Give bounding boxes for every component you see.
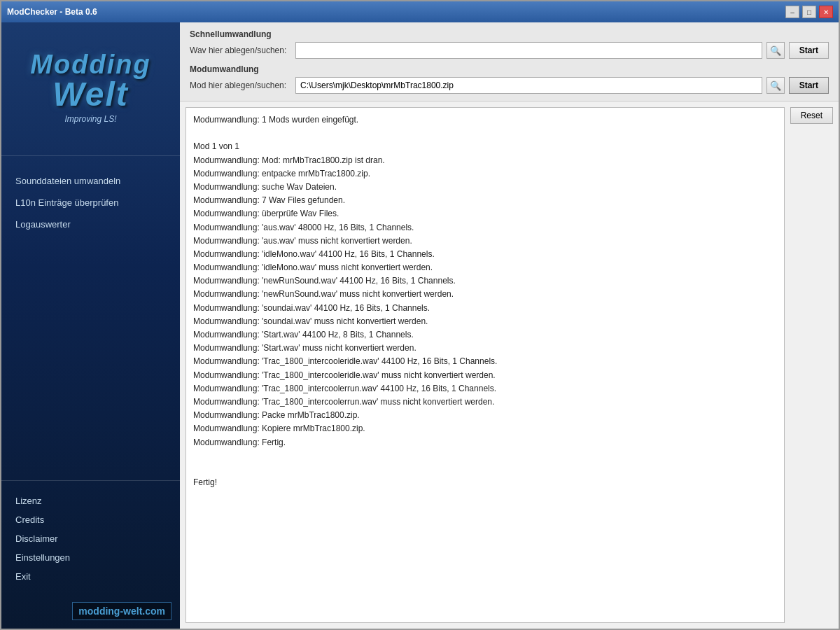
sidebar: Modding Welt Improving LS! Sounddateien … [1,22,180,629]
maximize-button[interactable]: □ [802,6,816,18]
app-window: ModChecker - Beta 0.6 – □ ✕ Modding Welt… [0,0,840,630]
log-line: Modumwandlung: 'aus.wav' 48000 Hz, 16 Bi… [193,221,777,234]
schnell-input[interactable] [295,42,762,59]
log-line: Modumwandlung: Kopiere mrMbTrac1800.zip. [193,422,777,435]
mod-input-row: Mod hier ablegen/suchen: 🔍 Start [190,77,829,94]
log-line: Modumwandlung: 'Start.wav' 44100 Hz, 8 B… [193,328,777,342]
log-line: Fertig! [193,476,777,489]
log-line: Modumwandlung: 'Trac_1800_intercooleridl… [193,369,777,382]
title-bar: ModChecker - Beta 0.6 – □ ✕ [1,1,839,22]
log-container: Modumwandlung: 1 Mods wurden eingefügt. … [180,102,839,629]
sidebar-item-exit[interactable]: Exit [1,567,180,586]
logo-modding: Modding [30,51,150,78]
side-buttons: Reset [790,107,833,623]
log-line: Modumwandlung: 'Trac_1800_intercoolerrun… [193,382,777,396]
schnell-input-group: Wav hier ablegen/suchen: 🔍 [190,42,785,59]
log-line: Modumwandlung: Mod: mrMbTrac1800.zip ist… [193,154,777,167]
mod-input[interactable] [295,77,762,94]
schnell-input-row: Wav hier ablegen/suchen: 🔍 Start [190,42,829,59]
log-line: Modumwandlung: 'soundai.wav' muss nicht … [193,315,777,328]
log-line: Modumwandlung: Packe mrMbTrac1800.zip. [193,409,777,422]
log-line: Modumwandlung: suche Wav Dateien. [193,181,777,194]
log-line: Modumwandlung: 'soundai.wav' 44100 Hz, 1… [193,302,777,315]
log-line: Modumwandlung: 1 Mods wurden eingefügt. [193,113,777,127]
log-line: Modumwandlung: 'newRunSound.wav' 44100 H… [193,274,777,288]
log-line: Modumwandlung: 7 Wav Files gefunden. [193,194,777,207]
window-title: ModChecker - Beta 0.6 [7,7,97,17]
log-area[interactable]: Modumwandlung: 1 Mods wurden eingefügt. … [186,107,785,623]
watermark-text: modding-welt.com [72,602,172,620]
minimize-button[interactable]: – [785,6,799,18]
sidebar-item-lizenz[interactable]: Lizenz [1,491,180,510]
sidebar-item-sounddateien[interactable]: Sounddateien umwandeln [1,170,180,192]
window-controls: – □ ✕ [785,6,833,18]
log-line: Modumwandlung: 'Trac_1800_intercoolerrun… [193,396,777,409]
log-line: Modumwandlung: überprüfe Wav Files. [193,207,777,220]
schnell-start-button[interactable]: Start [789,42,829,59]
mod-input-group: Mod hier ablegen/suchen: 🔍 [190,77,785,94]
log-line [193,127,777,140]
schnell-label: Wav hier ablegen/suchen: [190,46,291,55]
sidebar-item-logauswerter[interactable]: Logauswerter [1,214,180,235]
mod-search-button[interactable]: 🔍 [766,77,785,94]
close-button[interactable]: ✕ [819,6,833,18]
logo-subtitle: Improving LS! [64,114,116,124]
logo-welt: Welt [52,78,128,111]
sidebar-item-l10n[interactable]: L10n Einträge überprüfen [1,192,180,214]
sidebar-item-einstellungen[interactable]: Einstellungen [1,548,180,567]
log-line: Modumwandlung: 'idleMono.wav' muss nicht… [193,261,777,274]
log-line: Modumwandlung: entpacke mrMbTrac1800.zip… [193,167,777,181]
schnell-section-label: Schnellumwandlung [190,29,829,39]
log-line: Modumwandlung: 'newRunSound.wav' muss ni… [193,288,777,301]
mod-label: Mod hier ablegen/suchen: [190,80,291,90]
app-body: Modding Welt Improving LS! Sounddateien … [1,22,839,629]
mod-section-label: Modumwandlung [190,64,829,74]
sidebar-item-credits[interactable]: Credits [1,510,180,529]
sidebar-item-disclaimer[interactable]: Disclaimer [1,529,180,548]
watermark: modding-welt.com [1,596,180,629]
reset-button[interactable]: Reset [790,107,833,124]
sidebar-nav: Sounddateien umwandeln L10n Einträge übe… [1,160,180,477]
mod-start-button[interactable]: Start [789,77,829,94]
log-line [193,449,777,463]
main-content: Schnellumwandlung Wav hier ablegen/suche… [180,22,839,629]
log-line: Modumwandlung: 'idleMono.wav' 44100 Hz, … [193,248,777,261]
log-line: Modumwandlung: Fertig. [193,436,777,449]
top-panel: Schnellumwandlung Wav hier ablegen/suche… [180,22,839,102]
sidebar-divider-top [1,155,180,156]
log-line [193,463,777,476]
log-line: Modumwandlung: 'aus.wav' muss nicht konv… [193,234,777,248]
log-line: Modumwandlung: 'Trac_1800_intercooleridl… [193,355,777,368]
logo-area: Modding Welt Improving LS! [1,22,180,152]
schnell-search-button[interactable]: 🔍 [766,42,785,59]
log-line: Modumwandlung: 'Start.wav' muss nicht ko… [193,342,777,355]
sidebar-divider-bottom [1,480,180,481]
sidebar-bottom: Lizenz Credits Disclaimer Einstellungen … [1,484,180,596]
log-line: Mod 1 von 1 [193,140,777,153]
